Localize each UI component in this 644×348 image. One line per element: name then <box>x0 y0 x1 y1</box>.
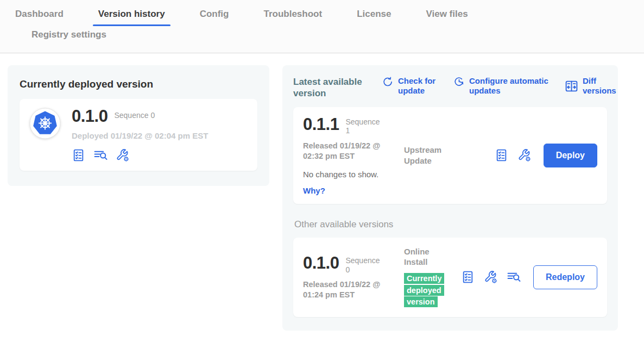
latest-version-info: 0.1.1 Sequence 1 Released 01/19/22 @ 02:… <box>303 116 404 195</box>
tab-troubleshoot[interactable]: Troubleshoot <box>258 7 327 26</box>
available-versions-header: Latest available version Check for updat… <box>293 76 607 100</box>
latest-sequence-label: Sequence 1 <box>345 116 383 136</box>
tab-license[interactable]: License <box>351 7 396 26</box>
diff-versions-label: Diff versions <box>583 76 616 96</box>
configure-automatic-updates-label: Configure automatic updates <box>469 76 552 96</box>
other-sequence-label: Sequence 0 <box>345 254 383 275</box>
latest-source-label: Upstream Update <box>404 145 454 166</box>
text-search-icon[interactable] <box>507 270 521 284</box>
currently-deployed-badge: Currently deployed version <box>404 273 444 308</box>
nav-row-2: Registry settings <box>10 28 644 47</box>
other-version-card: 0.1.0 Sequence 0 Released 01/19/22 @ 01:… <box>293 238 607 317</box>
other-source-label: Online Install <box>404 246 454 268</box>
check-for-update-label: Check for update <box>398 76 440 96</box>
checklist-icon[interactable] <box>495 148 508 162</box>
currently-deployed-title: Currently deployed version <box>20 78 257 90</box>
deployed-version-card: 0.1.0 Sequence 0 Deployed 01/19/22 @ 02:… <box>20 99 257 171</box>
checklist-icon[interactable] <box>72 148 85 162</box>
other-version-actions: Redeploy <box>461 265 597 289</box>
currently-deployed-badge-wrap: Currently deployed version <box>404 273 454 308</box>
wrench-gear-icon[interactable] <box>484 270 497 284</box>
text-search-icon[interactable] <box>93 148 108 162</box>
nav-row-1: Dashboard Version history Config Trouble… <box>10 7 644 26</box>
currently-deployed-panel: Currently deployed version 0.1.0 Sequenc… <box>8 65 269 186</box>
deployed-version-info: 0.1.0 Sequence 0 Deployed 01/19/22 @ 02:… <box>72 108 208 162</box>
configure-automatic-updates-link[interactable]: Configure automatic updates <box>453 76 552 96</box>
other-available-versions-title: Other available versions <box>294 219 607 230</box>
deployed-timestamp: Deployed 01/19/22 @ 02:04 pm EST <box>72 131 208 140</box>
top-nav: Dashboard Version history Config Trouble… <box>0 0 644 53</box>
deployed-sequence-label: Sequence 0 <box>114 108 155 120</box>
other-source-column: Online Install Currently deployed versio… <box>404 246 454 308</box>
why-link[interactable]: Why? <box>303 186 404 195</box>
tab-config[interactable]: Config <box>194 7 235 26</box>
tab-registry-settings[interactable]: Registry settings <box>26 28 112 47</box>
diff-icon <box>565 79 578 93</box>
tab-version-history[interactable]: Version history <box>93 7 171 26</box>
tab-view-files[interactable]: View files <box>420 7 473 26</box>
latest-released-timestamp: Released 01/19/22 @ 02:32 pm EST <box>303 141 391 161</box>
available-versions-panel: Latest available version Check for updat… <box>282 65 618 331</box>
redeploy-button[interactable]: Redeploy <box>533 265 597 289</box>
wrench-gear-icon[interactable] <box>517 148 531 162</box>
other-version-number: 0.1.0 <box>303 254 339 271</box>
other-released-timestamp: Released 01/19/22 @ 01:24 pm EST <box>303 279 391 300</box>
tab-dashboard[interactable]: Dashboard <box>10 7 69 26</box>
deployed-version-number: 0.1.0 <box>72 108 108 125</box>
checklist-icon[interactable] <box>461 270 475 284</box>
other-version-info: 0.1.0 Sequence 0 Released 01/19/22 @ 01:… <box>303 254 404 300</box>
refresh-icon <box>382 76 394 88</box>
latest-version-card: 0.1.1 Sequence 1 Released 01/19/22 @ 02:… <box>293 107 607 204</box>
latest-available-title: Latest available version <box>293 76 369 100</box>
no-changes-text: No changes to show. <box>303 170 404 179</box>
kubernetes-logo <box>29 108 61 139</box>
latest-version-actions: Deploy <box>495 116 597 195</box>
scheduled-update-icon <box>453 76 465 88</box>
diff-versions-link[interactable]: Diff versions <box>565 76 616 96</box>
latest-version-number: 0.1.1 <box>303 116 339 133</box>
wrench-gear-icon[interactable] <box>116 148 129 162</box>
check-for-update-link[interactable]: Check for update <box>382 76 440 96</box>
deployed-action-icons <box>72 148 208 162</box>
deploy-button[interactable]: Deploy <box>544 144 597 167</box>
